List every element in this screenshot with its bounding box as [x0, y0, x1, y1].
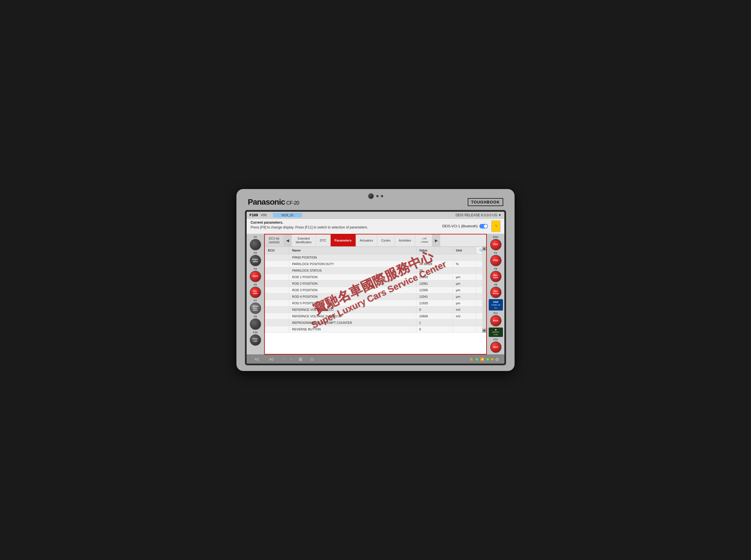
vin-label: VIN: [261, 213, 267, 217]
right-sidebar: ESC End F1 Help F6 Mini-mum F8 NewGroup [487, 234, 504, 355]
cell-value: 12041 [417, 293, 453, 300]
f1-group: F1 Help [490, 252, 502, 266]
f8-button[interactable]: NewGroup [490, 287, 502, 298]
f12-group: F12 Next [490, 338, 502, 353]
camera-lens [368, 193, 374, 199]
cell-name: PARKLOCK STATUS [289, 267, 417, 274]
col-name: Name [289, 247, 417, 254]
content-area: ECU list(vehicle) ◀ ExtendedIdentificati… [264, 234, 487, 355]
cell-name: REFERNCE VOLTAGE SUPERCAP [289, 313, 417, 319]
toughbook-badge: TOUGHBOOK [468, 198, 503, 206]
tab-forward-btn[interactable]: ▶ [432, 235, 440, 246]
cell-unit: mV [453, 306, 476, 313]
f4-button[interactable]: Save [250, 271, 261, 282]
f3-group: F3 Acqui-sition [250, 252, 261, 266]
table-row: REVERSE BUTTON 0 [265, 326, 486, 332]
taskbar-sep1: − [282, 357, 284, 362]
f2-label: F2 [254, 236, 257, 238]
tab-actuators[interactable]: Actuators [356, 235, 377, 246]
f-code: F169 [249, 213, 258, 217]
table-container: ECU Name Value Unit 🔍 PRND POSITION [265, 247, 486, 333]
f7-label: F7 [254, 299, 257, 302]
main-area: F2 F3 Acqui-sition F4 Save F5 Pre-view [247, 234, 504, 355]
tab-ecu-list[interactable]: ECU list(vehicle) [265, 235, 284, 246]
f12-button[interactable]: Next [490, 341, 502, 353]
f7-group: F7 Vehiclefunc-tions [250, 299, 261, 314]
f5-button[interactable]: Pre-view [250, 287, 261, 298]
taskbar-a2[interactable]: A2 [267, 357, 276, 362]
vin-value: NCR_02 [273, 213, 302, 217]
f1-button[interactable]: Help [490, 255, 502, 266]
cell-unit [453, 267, 476, 274]
esc-label: ESC [493, 236, 499, 238]
tab-cycles[interactable]: Cycles [377, 235, 395, 246]
tab-back-btn[interactable]: ◀ [284, 235, 292, 246]
screen-bezel: F169 VIN: NCR_02 DEIS RELEASE 6.0.0.0 US… [245, 210, 506, 365]
tab-extended-id[interactable]: ExtendedIdentification [292, 235, 316, 246]
cell-unit: % [453, 261, 476, 267]
left-sidebar: F2 F3 Acqui-sition F4 Save F5 Pre-view [247, 234, 264, 355]
f10-button[interactable]: Proto-cols [250, 334, 261, 346]
wifi-status [476, 358, 478, 360]
f2-button[interactable] [250, 239, 261, 251]
scroll-up[interactable]: ▲ [482, 247, 486, 251]
f6-button[interactable]: Mini-mum [490, 271, 502, 282]
cell-ecu [265, 293, 289, 300]
tab-bar: ECU list(vehicle) ◀ ExtendedIdentificati… [265, 235, 486, 247]
f10-group: F10 Proto-cols [250, 331, 261, 346]
f8-group: F8 NewGroup [490, 283, 502, 298]
table-row: PARKLOCK POSITION DUTY 38.36328 % [265, 261, 486, 267]
cell-name: PARKLOCK POSITION DUTY [289, 261, 417, 267]
f7-button[interactable]: Vehiclefunc-tions [250, 303, 261, 314]
f6-label: F6 [494, 267, 497, 270]
cell-name: ROD 4 POSITION [289, 293, 417, 300]
f11-button[interactable]: Back [490, 315, 502, 326]
f10-label: F10 [253, 331, 258, 334]
f5-label: F5 [254, 283, 257, 286]
camera-dot2 [381, 195, 383, 197]
cell-name: ROD 2 POSITION [289, 280, 417, 287]
esc-group: ESC End [490, 236, 502, 251]
cell-value: 38.36328 [417, 261, 453, 267]
cell-ecu [265, 274, 289, 280]
cell-ecu [265, 261, 289, 267]
f9-label: F9 [254, 315, 257, 318]
tab-dtc[interactable]: DTC [316, 235, 331, 246]
cell-unit: μm [453, 300, 476, 306]
cell-unit [453, 326, 476, 332]
release-info: DEIS RELEASE 6.0.0.0 US ▼ [455, 213, 502, 217]
taskbar-folder[interactable]: 🗀 [308, 357, 316, 362]
scrollbar[interactable]: ▲ ▼ [482, 247, 486, 333]
scroll-down[interactable]: ▼ [482, 329, 486, 333]
tab-parameters[interactable]: Parameters [331, 235, 356, 246]
f4-label: F4 [254, 267, 257, 270]
col-unit: Unit [453, 247, 476, 254]
cell-unit: μm [453, 280, 476, 287]
cell-name: ROD 5 POSITION [289, 300, 417, 306]
f8-label: F8 [494, 283, 497, 286]
cell-value: 1 [417, 319, 453, 326]
cell-ecu [265, 280, 289, 287]
f2-group: F2 [250, 236, 261, 251]
windows-btn[interactable]: ⊞ [299, 357, 302, 362]
vci-toggle[interactable] [480, 224, 488, 228]
power-icon[interactable]: ⏻ [495, 358, 499, 361]
ferrari-logo: 🐴 [491, 221, 500, 232]
table-row: ROD 4 POSITION 12041 μm [265, 293, 486, 300]
tab-activities[interactable]: Activities [395, 235, 415, 246]
info-bar: DEIS-VCI-1 (Bluetooth) 🐴 Current paramet… [247, 219, 504, 234]
deis-vci-area: DEIS-VCI-1 (Bluetooth) 🐴 [442, 221, 500, 232]
tab-protocol-services[interactable]: ...col...rvices [415, 235, 432, 246]
f4-group: F4 Save [250, 267, 261, 282]
esc-button[interactable]: End [490, 239, 502, 251]
data-table: ECU Name Value Unit 🔍 PRND POSITION [265, 247, 486, 333]
cell-ecu [265, 313, 289, 319]
f9-button[interactable] [250, 318, 261, 330]
table-row: PARKLOCK STATUS 20 [265, 267, 486, 274]
f3-button[interactable]: Acqui-sition [250, 255, 261, 266]
taskbar: A1 A2 − + ⊞ 🗀 🔒 📶 ⏻ [247, 355, 504, 364]
f12-label: F12 [493, 338, 498, 341]
taskbar-a1[interactable]: A1 [252, 357, 261, 362]
col-value: Value [417, 247, 453, 254]
vci-label: DEIS-VCI-1 (Bluetooth) [442, 224, 478, 228]
